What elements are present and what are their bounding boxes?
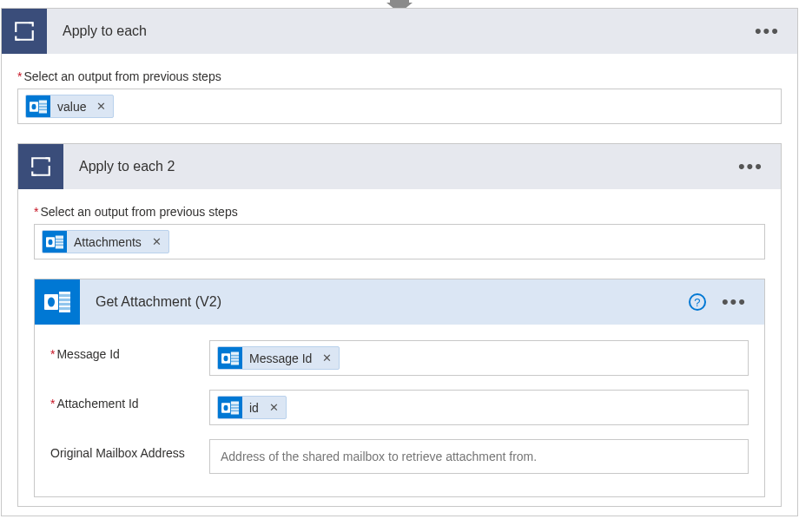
svg-rect-4 [39, 102, 47, 104]
mailbox-address-input[interactable]: Address of the shared mailbox to retriev… [209, 439, 749, 474]
loop-icon [18, 144, 63, 189]
outlook-icon [26, 95, 50, 117]
dynamic-token-attachments[interactable]: Attachments ✕ [42, 230, 169, 253]
svg-rect-25 [231, 360, 239, 362]
card-title: Apply to each [47, 23, 755, 39]
svg-rect-5 [39, 106, 47, 108]
outlook-icon [218, 347, 242, 369]
output-label: *Select an output from previous steps [34, 205, 765, 219]
field-row-attachment-id: *Attachement Id [50, 390, 749, 425]
svg-rect-10 [56, 238, 63, 240]
apply-to-each-2-header[interactable]: Apply to each 2 ••• [18, 144, 781, 189]
apply-to-each-card: Apply to each ••• *Select an output from… [1, 8, 798, 516]
outlook-icon [218, 397, 242, 418]
more-menu-icon[interactable]: ••• [755, 22, 780, 41]
output-label: *Select an output from previous steps [17, 69, 782, 83]
dynamic-token-message-id[interactable]: Message Id ✕ [217, 346, 340, 370]
outlook-icon [43, 231, 67, 253]
svg-rect-16 [59, 294, 70, 297]
remove-token-icon[interactable]: ✕ [319, 351, 339, 365]
required-asterisk: * [34, 205, 38, 219]
output-input[interactable]: Attachments ✕ [34, 224, 765, 259]
svg-rect-31 [231, 410, 239, 411]
svg-rect-18 [59, 303, 70, 305]
remove-token-icon[interactable]: ✕ [149, 235, 168, 248]
dynamic-token-id[interactable]: id ✕ [217, 396, 287, 419]
svg-point-14 [48, 298, 55, 307]
get-attachment-card: Get Attachment (V2) ? ••• [34, 279, 765, 497]
required-asterisk: * [50, 347, 55, 361]
svg-rect-30 [231, 407, 239, 409]
required-asterisk: * [50, 397, 55, 410]
token-label: Message Id [242, 349, 319, 368]
dynamic-token-value[interactable]: value ✕ [25, 95, 114, 118]
remove-token-icon[interactable]: ✕ [93, 100, 113, 113]
svg-rect-6 [39, 108, 47, 110]
connector-arrow [1, 0, 798, 8]
field-label: Original Mailbox Address [50, 439, 194, 460]
more-menu-icon[interactable]: ••• [722, 292, 747, 312]
svg-rect-23 [231, 354, 239, 356]
message-id-input[interactable]: Message Id ✕ [209, 340, 749, 376]
outlook-connector-icon [35, 279, 80, 325]
svg-rect-11 [56, 241, 63, 243]
token-label: value [50, 97, 93, 116]
card-title: Get Attachment (V2) [80, 294, 689, 310]
svg-rect-19 [59, 307, 70, 310]
required-asterisk: * [17, 69, 22, 83]
svg-rect-24 [231, 358, 239, 359]
token-label: Attachments [67, 233, 149, 252]
loop-icon [2, 9, 47, 54]
field-row-message-id: *Message Id [50, 340, 749, 376]
card-title: Apply to each 2 [63, 159, 738, 174]
apply-to-each-header[interactable]: Apply to each ••• [2, 9, 797, 54]
svg-rect-17 [59, 299, 70, 301]
token-label: id [242, 398, 266, 417]
svg-point-2 [32, 103, 36, 109]
get-attachment-header[interactable]: Get Attachment (V2) ? ••• [35, 279, 764, 325]
remove-token-icon[interactable]: ✕ [266, 401, 286, 414]
svg-point-21 [224, 355, 228, 361]
svg-point-8 [49, 239, 53, 245]
attachment-id-input[interactable]: id ✕ [209, 390, 749, 425]
svg-rect-12 [56, 244, 63, 246]
field-label: *Message Id [50, 340, 194, 361]
field-row-mailbox: Original Mailbox Address Address of the … [50, 439, 749, 474]
more-menu-icon[interactable]: ••• [738, 157, 763, 176]
field-label: *Attachement Id [50, 390, 194, 410]
svg-rect-29 [231, 404, 239, 405]
help-icon[interactable]: ? [689, 293, 706, 311]
svg-marker-0 [386, 0, 413, 8]
apply-to-each-2-card: Apply to each 2 ••• *Select an output fr… [17, 143, 782, 507]
svg-point-27 [224, 404, 228, 410]
output-input[interactable]: value ✕ [17, 89, 782, 124]
